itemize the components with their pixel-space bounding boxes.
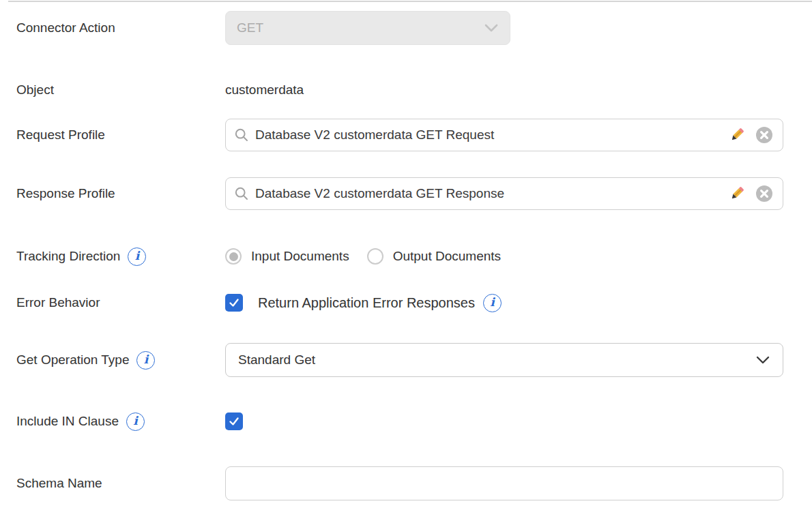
- request-profile-label: Request Profile: [16, 127, 105, 142]
- radio-output-documents[interactable]: Output Documents: [367, 248, 501, 265]
- chevron-down-icon: [484, 23, 499, 33]
- row-get-operation-type: Get Operation Type i Standard Get: [0, 343, 812, 377]
- error-behavior-checkbox[interactable]: [225, 294, 243, 312]
- response-profile-input[interactable]: [255, 186, 717, 201]
- row-object: Object customerdata: [0, 81, 812, 99]
- connector-action-value: GET: [237, 20, 263, 35]
- chevron-down-icon: [755, 355, 770, 365]
- schema-name-label: Schema Name: [16, 476, 102, 491]
- row-include-in-clause: Include IN Clause i: [0, 412, 812, 431]
- response-profile-label: Response Profile: [16, 186, 115, 201]
- object-value: customerdata: [225, 82, 304, 97]
- schema-name-input[interactable]: [225, 466, 783, 500]
- error-behavior-checkbox-label: Return Application Error Responses: [258, 295, 475, 311]
- connector-action-select: GET: [225, 11, 510, 45]
- radio-label: Output Documents: [393, 249, 501, 264]
- object-label: Object: [16, 82, 54, 97]
- info-icon[interactable]: i: [126, 412, 145, 431]
- row-error-behavior: Error Behavior Return Application Error …: [0, 293, 812, 312]
- get-operation-type-value: Standard Get: [238, 352, 315, 368]
- get-operation-type-label: Get Operation Type: [16, 352, 129, 368]
- edit-pencil-icon[interactable]: [728, 126, 746, 144]
- include-in-clause-label: Include IN Clause: [16, 414, 119, 429]
- search-icon: [234, 186, 249, 201]
- get-operation-type-select[interactable]: Standard Get: [225, 343, 783, 377]
- tracking-direction-label: Tracking Direction: [16, 249, 120, 264]
- radio-unselected-icon[interactable]: [367, 248, 383, 265]
- row-tracking-direction: Tracking Direction i Input Documents Out…: [0, 240, 812, 273]
- search-icon: [234, 127, 249, 142]
- include-in-clause-checkbox[interactable]: [225, 412, 243, 430]
- info-icon[interactable]: i: [128, 247, 146, 266]
- edit-pencil-icon[interactable]: [728, 185, 746, 202]
- info-icon[interactable]: i: [483, 294, 502, 312]
- clear-icon[interactable]: [755, 126, 773, 144]
- info-icon[interactable]: i: [136, 351, 155, 370]
- tracking-direction-radio-group: Input Documents Output Documents: [225, 248, 501, 265]
- clear-icon[interactable]: [755, 185, 773, 202]
- request-profile-input[interactable]: [255, 127, 717, 142]
- request-profile-field: [225, 119, 783, 151]
- row-schema-name: Schema Name: [0, 466, 812, 500]
- connector-action-label: Connector Action: [16, 20, 115, 35]
- error-behavior-label: Error Behavior: [16, 295, 100, 310]
- row-response-profile: Response Profile: [0, 177, 812, 210]
- response-profile-field: [225, 177, 783, 210]
- radio-selected-icon[interactable]: [225, 248, 242, 265]
- panel-top-border: [8, 1, 812, 2]
- row-request-profile: Request Profile: [0, 119, 812, 151]
- radio-label: Input Documents: [251, 249, 349, 264]
- row-connector-action: Connector Action GET: [0, 11, 812, 45]
- radio-input-documents[interactable]: Input Documents: [225, 248, 349, 265]
